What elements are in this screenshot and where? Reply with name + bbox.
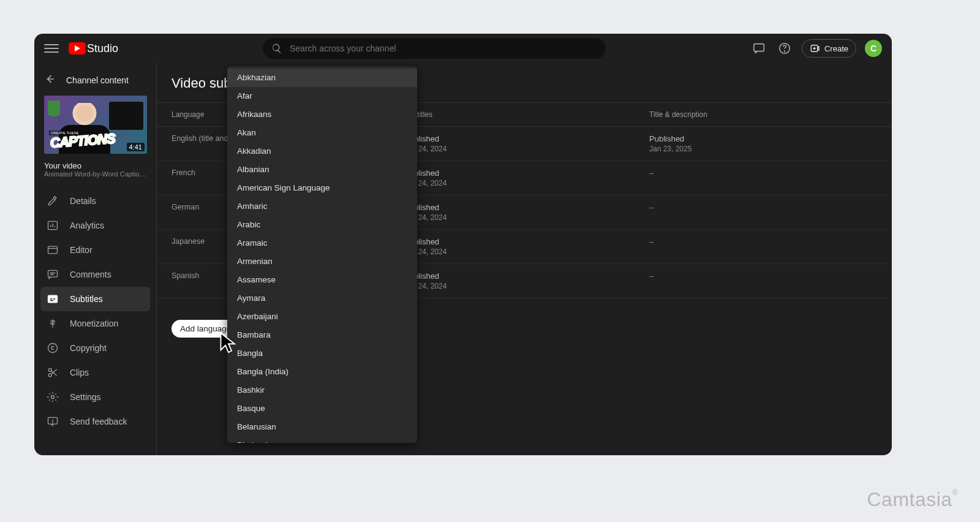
watermark: Camtasia® [867,488,959,511]
svg-rect-0 [754,44,764,51]
sidebar-nav-bottom: SettingsSend feedback [34,385,156,449]
col-title-desc: Title & description [649,110,877,119]
language-option[interactable]: Bangla (India) [227,363,417,381]
sidebar-item-comments[interactable]: Comments [34,262,156,287]
sidebar: Channel content CREATE THESE CAPTIONS 4:… [34,63,157,455]
language-option[interactable]: Belarusian [227,418,417,436]
sidebar-item-send-feedback[interactable]: Send feedback [34,409,156,434]
language-option[interactable]: Akan [227,124,417,142]
create-plus-icon [810,43,821,54]
sidebar-item-details[interactable]: Details [34,189,156,213]
language-option[interactable]: Bangla [227,344,417,363]
language-option[interactable]: Albanian [227,161,417,179]
sidebar-item-copyright[interactable]: Copyright [34,336,156,360]
svg-rect-7 [48,295,58,303]
subtitles-icon [47,293,59,305]
language-option[interactable]: Basque [227,399,417,418]
search-icon [271,43,282,54]
language-option[interactable]: Aymara [227,289,417,308]
sidebar-item-monetization[interactable]: Monetization [34,311,156,336]
language-option[interactable]: Arabic [227,216,417,234]
create-button[interactable]: Create [802,39,856,58]
language-option[interactable]: Bashkir [227,381,417,399]
video-duration: 4:41 [127,143,145,151]
language-option[interactable]: Azerbaijani [227,308,417,326]
language-option[interactable]: Afrikaans [227,105,417,124]
cell-subtitles: PublishedJan 24, 2024 [404,203,649,222]
language-option[interactable]: Afar [227,87,417,105]
cell-subtitles: PublishedJan 24, 2024 [404,271,649,290]
cell-title-desc: – [649,271,877,281]
copyright-icon [47,342,59,354]
logo-text: Studio [87,42,118,55]
cell-subtitles: PublishedJan 24, 2024 [404,237,649,256]
svg-rect-6 [48,270,58,277]
create-label: Create [824,44,848,53]
back-arrow-icon[interactable] [44,73,56,87]
analytics-icon [47,219,59,232]
cell-subtitles: PublishedJan 24, 2024 [404,168,649,187]
col-subtitles: Subtitles [404,110,649,119]
nav-label: Send feedback [70,417,127,426]
nav-label: Settings [70,392,101,402]
search-input[interactable] [290,44,597,53]
editor-icon [47,244,59,256]
language-option[interactable]: Armenian [227,252,417,271]
language-dropdown[interactable]: AbkhazianAfarAfrikaansAkanAkkadianAlbani… [227,66,417,443]
sidebar-item-editor[interactable]: Editor [34,238,156,262]
svg-point-8 [48,344,58,353]
settings-icon [47,391,59,403]
comments-icon [47,268,59,281]
svg-point-2 [784,51,785,51]
main-content: Video subtitles Language Subtitles Title… [157,63,892,455]
cell-title-desc: – [649,203,877,212]
svg-point-13 [53,422,53,423]
youtube-play-icon [69,42,86,55]
language-option[interactable]: Akkadian [227,142,417,161]
money-icon [47,317,59,330]
nav-label: Editor [70,245,92,255]
pencil-icon [47,195,59,207]
nav-label: Monetization [70,319,118,328]
clips-icon [47,366,59,379]
nav-label: Subtitles [70,294,103,304]
sidebar-item-analytics[interactable]: Analytics [34,213,156,238]
menu-icon[interactable] [44,41,59,56]
feedback-icon [47,415,59,428]
video-subtitle: Animated Word-by-Word Captions [i... [44,170,146,178]
nav-label: Copyright [70,343,107,353]
svg-point-11 [51,396,55,399]
cell-title-desc: – [649,237,877,246]
video-title-label: Your video [44,161,146,170]
nav-label: Details [70,196,96,206]
help-icon[interactable] [776,40,793,57]
cell-title-desc: PublishedJan 23, 2025 [649,134,877,153]
nav-label: Analytics [70,221,104,230]
svg-rect-5 [48,246,58,254]
video-thumbnail[interactable]: CREATE THESE CAPTIONS 4:41 [44,96,147,154]
language-option[interactable]: Amharic [227,197,417,216]
sidebar-item-subtitles[interactable]: Subtitles [40,287,150,311]
search-bar[interactable] [263,38,606,59]
nav-label: Comments [70,270,111,279]
language-option[interactable]: Bhojpuri [227,436,417,443]
language-option[interactable]: Bambara [227,326,417,344]
nav-label: Clips [70,368,89,377]
sidebar-header-label: Channel content [66,75,129,85]
language-option[interactable]: Aramaic [227,234,417,252]
cell-subtitles: PublishedJan 24, 2024 [404,134,649,153]
sidebar-item-settings[interactable]: Settings [34,385,156,409]
topbar: Studio Create C [34,34,892,63]
sidebar-nav: DetailsAnalyticsEditorCommentsSubtitlesM… [34,189,156,385]
studio-logo[interactable]: Studio [69,42,118,55]
language-option[interactable]: Assamese [227,271,417,289]
avatar[interactable]: C [865,40,882,57]
cell-title-desc: – [649,168,877,178]
language-option[interactable]: American Sign Language [227,179,417,197]
chat-icon[interactable] [750,40,767,57]
youtube-studio-window: Studio Create C [34,34,892,455]
sidebar-item-clips[interactable]: Clips [34,360,156,385]
language-option[interactable]: Abkhazian [227,69,417,87]
sidebar-header[interactable]: Channel content [34,69,156,96]
